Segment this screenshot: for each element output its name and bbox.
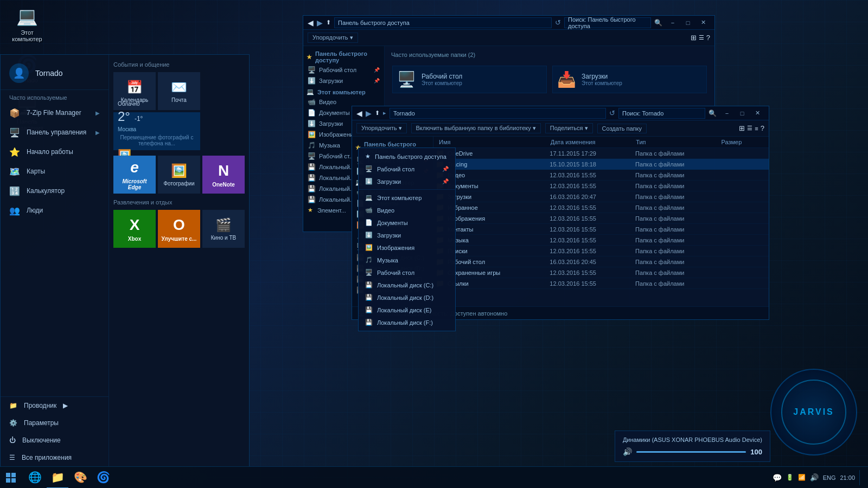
fe1-search-icon[interactable]: 🔍 <box>654 19 662 27</box>
taskbar-chrome-icon[interactable]: 🌀 <box>92 467 114 489</box>
fe2-nav-up-icon[interactable]: ⬆ <box>375 110 380 117</box>
fe1-qa-desktop[interactable]: 🖥️ Рабочий стол Этот компьютер <box>392 66 547 93</box>
tile-improve[interactable]: O Улучшите с... <box>158 210 200 248</box>
taskbar-paint-icon[interactable]: 🎨 <box>69 467 91 489</box>
start-menu-bottom: 📁 Проводник ▶ ⚙️ Параметры ⏻ Выключение … <box>1 396 108 466</box>
file-row-12[interactable]: 📁 Ссылки 12.03.2016 15:55 Папка с файлам… <box>433 278 769 289</box>
frequent-label: Часто используемые <box>1 90 108 103</box>
fe1-qa-downloads[interactable]: 📥 Загрузки Этот компьютер <box>552 66 707 93</box>
cm-item-video2[interactable]: 📹 Видео <box>359 204 455 216</box>
fe1-refresh-icon[interactable]: ↺ <box>555 18 561 27</box>
cm-item-images2[interactable]: 🖼️ Изображения <box>359 241 455 254</box>
fe2-search-icon[interactable]: 🔍 <box>709 110 717 117</box>
fe2-address[interactable]: Tornado <box>390 108 606 119</box>
file-row-10[interactable]: 📁 Рабочий стол 16.03.2016 20:45 Папка с … <box>433 256 769 267</box>
tile-photos[interactable]: 🖼️ Фотографии <box>158 156 200 194</box>
cm-item-diskd2[interactable]: 💾 Локальный диск (D:) <box>359 291 455 304</box>
tile-movies[interactable]: 🎬 Кино и ТВ <box>202 210 245 248</box>
fe2-minimize-btn[interactable]: − <box>720 108 734 118</box>
fe2-col-type[interactable]: Тип <box>633 138 718 146</box>
fe2-list-icon[interactable]: ☰ <box>747 125 752 132</box>
windows-icon <box>6 473 16 483</box>
fe1-organize-btn[interactable]: Упорядочить ▾ <box>308 33 358 43</box>
cm-item-desktop[interactable]: 🖥️ Рабочий стол 📌 <box>359 163 455 175</box>
file-row-4[interactable]: 📁 Загрузки 16.03.2016 20:47 Папка с файл… <box>433 191 769 202</box>
fe1-maximize-btn[interactable]: □ <box>681 18 695 28</box>
taskbar-notification-icon[interactable]: 💬 <box>773 473 782 482</box>
fe1-sidebar-desktop[interactable]: 🖥️ Рабочий стол 📌 <box>303 65 384 75</box>
fe1-list-icon[interactable]: ☰ <box>699 34 704 41</box>
weather-temp-low: -1° <box>135 115 143 123</box>
start-bottom-explorer[interactable]: 📁 Проводник ▶ <box>1 397 108 414</box>
cm-item-thispc[interactable]: 💻 Этот компьютер <box>359 191 455 204</box>
cm-item-diske2[interactable]: 💾 Локальный диск (E) <box>359 304 455 316</box>
fe2-search[interactable]: Поиск: Tornado <box>618 108 705 119</box>
fe2-view-icon[interactable]: ⊞ <box>739 124 745 132</box>
file-row-2[interactable]: 📁 Видео 12.03.2016 15:55 Папка с файлами <box>433 170 769 181</box>
tile-edge[interactable]: e Microsoft Edge <box>113 156 156 194</box>
file-row-8[interactable]: 📁 Музыка 12.03.2016 15:55 Папка с файлам… <box>433 235 769 246</box>
fe2-include-btn[interactable]: Включить выбранную папку в библиотеку ▾ <box>411 123 541 133</box>
file-row-9[interactable]: 📁 Поиски 12.03.2016 15:55 Папка с файлам… <box>433 246 769 256</box>
file-row-0[interactable]: 📁 OneDrive 17.11.2015 17:29 Папка с файл… <box>433 148 769 159</box>
taskbar-explorer-icon[interactable]: 📁 <box>47 467 68 489</box>
fe2-nav-extra-icon[interactable]: ▸ <box>383 110 386 117</box>
cm-item-music2[interactable]: 🎵 Музыка <box>359 254 455 266</box>
tile-xbox[interactable]: X Xbox <box>113 210 156 248</box>
fe2-refresh-icon[interactable]: ↺ <box>609 109 615 117</box>
taskbar-globe-icon[interactable]: 🌐 <box>24 467 46 489</box>
fe2-share-btn[interactable]: Поделиться ▾ <box>545 123 593 133</box>
file-row-11[interactable]: 📁 Сохраненные игры 12.03.2016 15:55 Папк… <box>433 267 769 278</box>
cm-item-diskf2[interactable]: 💾 Локальный диск (F:) <box>359 316 455 329</box>
fe2-close-btn[interactable]: ✕ <box>750 108 764 118</box>
tile-onenote[interactable]: N OneNote <box>202 156 245 194</box>
fe1-sidebar-downloads[interactable]: ⬇️ Загрузки 📌 <box>303 75 384 86</box>
start-button[interactable] <box>0 467 22 489</box>
fe1-close-btn[interactable]: ✕ <box>696 18 710 28</box>
start-bottom-power[interactable]: ⏻ Выключение <box>1 432 108 449</box>
fe1-ribbon: Упорядочить ▾ ⊞ ☰ ? <box>303 30 714 46</box>
taskbar-network-icon[interactable]: 📶 <box>798 474 806 481</box>
file-row-5[interactable]: 📁 Избранное 12.03.2016 15:55 Папка с фай… <box>433 202 769 213</box>
fe2-nav-forward-icon[interactable]: ▶ <box>366 109 372 118</box>
fe2-maximize-btn[interactable]: □ <box>735 108 749 118</box>
start-bottom-allapps[interactable]: ☰ Все приложения <box>1 449 108 466</box>
volume-track[interactable] <box>636 451 746 453</box>
start-item-controlpanel[interactable]: 🖥️ Панель управления ▶ <box>1 123 108 142</box>
desktop-icon-thispc[interactable]: 💻 Этот компьютер <box>8 5 46 42</box>
fe2-details-icon[interactable]: ≡ <box>755 125 758 132</box>
taskbar-volume-icon[interactable]: 🔊 <box>810 473 819 481</box>
tile-mail[interactable]: ✉️ Почта <box>158 72 200 110</box>
fe2-nav-back-icon[interactable]: ◀ <box>356 109 362 118</box>
start-item-maps[interactable]: 🗺️ Карты <box>1 162 108 181</box>
fe2-col-size[interactable]: Размер <box>718 138 767 146</box>
fe2-col-name[interactable]: Имя <box>436 138 547 146</box>
fe2-help-icon[interactable]: ? <box>761 124 764 132</box>
fe2-organize-btn[interactable]: Упорядочить ▾ <box>356 123 407 133</box>
cm-item-docs2[interactable]: 📄 Документы <box>359 216 455 229</box>
cm-item-rdesktop2[interactable]: 🖥️ Рабочий стол <box>359 266 455 279</box>
start-bottom-settings[interactable]: ⚙️ Параметры <box>1 414 108 432</box>
file-row-7[interactable]: 📁 Контакты 12.03.2016 15:55 Папка с файл… <box>433 224 769 235</box>
start-item-getstarted[interactable]: ⭐ Начало работы <box>1 142 108 162</box>
tile-weather[interactable]: Облачно 2° -1° Москва Перемещение фотогр… <box>113 112 200 150</box>
start-item-people[interactable]: 👥 Люди <box>1 201 108 220</box>
file-row-3[interactable]: 📁 Документы 12.03.2016 15:55 Папка с фай… <box>433 181 769 191</box>
fe1-view-icon[interactable]: ⊞ <box>691 34 697 42</box>
fe1-minimize-btn[interactable]: − <box>666 18 680 28</box>
fe1-address[interactable]: Панель быстрого доступа <box>334 17 552 28</box>
cm-item-diskc2[interactable]: 💾 Локальный диск (C:) <box>359 279 455 291</box>
fe2-newfolder-btn[interactable]: Создать папку <box>597 124 647 133</box>
fe1-help-icon[interactable]: ? <box>706 34 710 42</box>
start-item-calc[interactable]: 🔢 Калькулятор <box>1 181 108 201</box>
cm-item-quickaccess[interactable]: ★ Панель быстрого доступа <box>359 150 455 163</box>
fe2-col-date[interactable]: Дата изменения <box>547 138 633 146</box>
cm-item-dl3[interactable]: ⬇️ Загрузки <box>359 229 455 241</box>
file-row-1[interactable]: 📁 Tracing 15.10.2015 18:18 Папка с файла… <box>433 159 769 170</box>
file-row-6[interactable]: 📁 Изображения 12.03.2016 15:55 Папка с ф… <box>433 213 769 224</box>
fe1-search[interactable]: Поиск: Панель быстрого доступа <box>564 17 651 28</box>
cm-item-downloads2[interactable]: ⬇️ Загрузки 📌 <box>359 175 455 188</box>
start-item-7zip[interactable]: 📦 7-Zip File Manager ▶ <box>1 103 108 123</box>
taskbar-show-desktop-btn[interactable] <box>859 470 863 485</box>
context-menu: ★ Панель быстрого доступа 🖥️ Рабочий сто… <box>358 147 456 331</box>
